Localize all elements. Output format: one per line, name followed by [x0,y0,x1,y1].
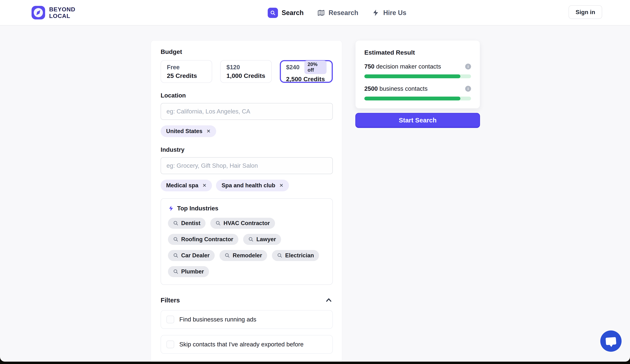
industry-suggestion-lawyer[interactable]: Lawyer [243,234,281,245]
industry-suggestion-electrician[interactable]: Electrician [272,250,319,261]
info-icon[interactable]: i [465,86,471,92]
sign-in-button[interactable]: Sign in [568,5,602,19]
search-icon [224,253,230,258]
industry-chips: Medical spa ✕ Spa and health club ✕ [160,180,333,191]
progress-bar-business-contacts [364,97,471,100]
budget-option-free[interactable]: Free 25 Credits [160,60,212,83]
nav-label: Research [328,9,358,17]
filter-label: Find businesses running ads [179,316,256,323]
industry-suggestion-plumber[interactable]: Plumber [168,266,209,277]
progress-fill [364,74,460,78]
budget-price: Free [167,64,180,71]
main-nav: Search Research Hire Us [268,0,406,25]
budget-option-240-selected[interactable]: $240 20% off 2,500 Credits [280,60,333,83]
budget-credits: 2,500 Credits [286,75,326,83]
collapse-filters-button[interactable] [325,297,333,304]
nav-item-search[interactable]: Search [268,8,304,18]
remove-chip-icon[interactable]: ✕ [206,128,211,134]
search-icon [268,8,278,18]
app-page: BEYOND LOCAL Search [0,0,630,362]
industry-suggestion-car-dealer[interactable]: Car Dealer [168,250,215,261]
location-label: Location [160,92,333,99]
pill-label: Plumber [181,268,204,275]
estimated-result-card: Estimated Result 750 decision maker cont… [355,40,480,108]
search-form-card: Budget Free 25 Credits $120 1,000 Credit… [151,40,342,362]
map-icon [317,9,325,17]
info-icon[interactable]: i [465,64,471,69]
filter-option-running-ads: Find businesses running ads [160,310,333,329]
chat-bubble-icon [606,337,616,345]
search-icon [277,253,282,258]
filter-label: Skip contacts that I've already exported… [179,341,304,348]
discount-badge: 20% off [304,60,326,74]
industry-suggestion-dentist[interactable]: Dentist [168,218,206,229]
start-search-button[interactable]: Start Search [355,113,480,128]
industry-suggestion-remodeler[interactable]: Remodeler [220,250,267,261]
remove-chip-icon[interactable]: ✕ [279,183,284,188]
budget-option-120[interactable]: $120 1,000 Credits [220,60,272,83]
nav-item-research[interactable]: Research [317,9,358,17]
search-icon [173,237,178,242]
budget-credits: 25 Credits [167,72,206,79]
chip-label: Medical spa [166,182,198,189]
estimate-row-business-contacts: 2500 business contacts i [364,85,471,92]
brand-logo[interactable]: BEYOND LOCAL [32,6,75,19]
estimated-result-title: Estimated Result [364,49,471,56]
top-industries-panel: Top Industries Dentist HVAC Contractor R… [160,198,333,285]
location-chips: United States ✕ [160,125,333,137]
chat-widget-button[interactable] [600,331,622,352]
top-industries-title: Top Industries [177,205,218,212]
pill-label: Lawyer [256,236,276,243]
estimate-row-decision-makers: 750 decision maker contacts i [364,63,471,70]
estimate-label: decision maker contacts [374,63,441,70]
remove-chip-icon[interactable]: ✕ [202,183,207,188]
progress-fill [364,97,460,100]
filter-option-skip-exported: Skip contacts that I've already exported… [160,335,333,354]
top-industries-list: Dentist HVAC Contractor Roofing Contract… [168,218,326,277]
search-icon [173,221,178,226]
estimate-label: business contacts [378,85,428,92]
industry-suggestion-roofing[interactable]: Roofing Contractor [168,234,238,245]
industry-label: Industry [160,146,333,153]
budget-credits: 1,000 Credits [226,72,266,79]
bolt-icon [168,205,174,212]
location-input[interactable] [160,103,333,120]
pill-label: Electrician [285,252,314,259]
chevron-up-icon [325,297,332,303]
checkbox-running-ads[interactable] [166,316,174,323]
chip-label: Spa and health club [222,182,275,189]
pill-label: Roofing Contractor [181,236,233,243]
budget-options: Free 25 Credits $120 1,000 Credits $240 … [160,60,333,83]
search-icon [248,237,254,242]
budget-price: $120 [226,64,240,71]
industry-chip[interactable]: Medical spa ✕ [160,180,212,191]
bolt-icon [372,9,380,17]
chip-label: United States [166,128,202,134]
top-navigation-bar: BEYOND LOCAL Search [0,0,630,25]
search-icon [173,269,178,274]
brand-name: BEYOND LOCAL [49,6,75,19]
industry-chip[interactable]: Spa and health club ✕ [216,180,289,191]
progress-bar-decision-makers [364,74,471,78]
compass-icon [32,6,45,19]
pill-label: HVAC Contractor [224,220,270,227]
estimate-value: 2500 [364,85,378,92]
location-chip[interactable]: United States ✕ [160,125,216,137]
industry-suggestion-hvac[interactable]: HVAC Contractor [210,218,275,229]
nav-item-hire-us[interactable]: Hire Us [372,9,406,17]
checkbox-skip-exported[interactable] [166,341,174,348]
nav-label: Hire Us [383,9,406,17]
pill-label: Remodeler [233,252,262,259]
search-icon [173,253,178,258]
budget-price: $240 [286,64,300,71]
search-icon [216,221,221,226]
estimate-value: 750 [364,63,374,70]
pill-label: Car Dealer [181,252,210,259]
industry-input[interactable] [160,157,333,174]
budget-label: Budget [160,48,333,55]
filters-title: Filters [160,297,180,304]
pill-label: Dentist [181,220,200,227]
filters-header: Filters [160,297,333,304]
nav-label: Search [282,9,304,17]
